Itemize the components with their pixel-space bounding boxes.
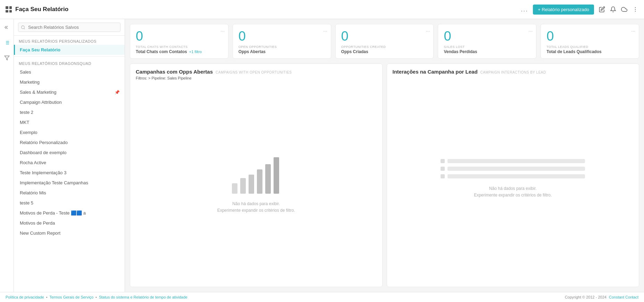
list-item[interactable]: Motivos de Perda - Teste 🟦🟦 a (14, 208, 125, 218)
chart-right-title: Interações na Campanha por Lead (393, 69, 478, 75)
header-dots[interactable]: ... (521, 6, 528, 13)
list-item[interactable]: Implementação Teste Campanhas (14, 178, 125, 188)
edit-icon[interactable] (599, 6, 605, 12)
sidebar-icon-panel (0, 19, 14, 292)
list-item[interactable]: teste 5 (14, 198, 125, 208)
card-dots-2[interactable]: ... (426, 27, 430, 33)
page-title: Faça Seu Relatório (15, 6, 68, 13)
list-icon[interactable] (2, 38, 12, 48)
svg-rect-16 (265, 164, 271, 194)
svg-point-0 (635, 7, 636, 8)
main-layout: Meus relatórios personalizados Faça Seu … (0, 19, 644, 292)
metric-label-3: Vendas Perdidas (444, 49, 477, 54)
metric-value-3: 0 (444, 29, 451, 44)
list-item[interactable]: Teste Implementação 3 (14, 168, 125, 178)
header-left: Faça Seu Relatório (6, 6, 68, 13)
skeleton-bar-3 (448, 174, 585, 178)
metric-value-1: 0 (239, 29, 246, 44)
card-dots-3[interactable]: ... (529, 27, 533, 33)
svg-line-11 (24, 28, 25, 29)
list-item[interactable]: New Custom Report (14, 228, 125, 238)
list-item[interactable]: teste 2 (14, 107, 125, 117)
skeleton-dot-3 (441, 174, 445, 178)
search-input[interactable] (18, 23, 120, 32)
chart-right-nodata: Não há dados para exibir. Experimente ex… (474, 185, 552, 199)
footer-status-link[interactable]: Status do sistema e Relatório de tempo d… (99, 295, 187, 299)
metric-label-4: Total de Leads Qualificados (546, 49, 601, 54)
svg-rect-12 (232, 183, 237, 194)
card-dots-0[interactable]: ... (220, 27, 225, 33)
chart-panel-left: Campanhas com Opps Abertas CAMPAIGNS WIT… (130, 64, 383, 287)
list-item[interactable]: Campaign Attribution (14, 97, 125, 107)
metric-value-2: 0 (341, 29, 349, 44)
metric-card-2: ... 0 OPPORTUNITIES CREATED Opps Criadas (335, 24, 434, 59)
svg-rect-15 (257, 169, 262, 194)
chart-right-body: Não há dados para exibir. Experimente ex… (393, 76, 634, 282)
section-label: MEUS RELATÓRIOS DRAGONSQUAD (14, 58, 125, 67)
skeleton-dot-2 (441, 167, 445, 171)
list-item[interactable]: Motivos de Perda (14, 218, 125, 228)
footer-left: Política de privacidade • Termos Gerais … (6, 295, 187, 299)
list-item[interactable]: Relatório Personalizado (14, 137, 125, 148)
skeleton-bar-2 (448, 167, 585, 171)
chart-right-header: Interações na Campanha por Lead CAMPAIGN… (393, 69, 634, 75)
metric-key-3: SALES LOST (444, 45, 465, 49)
chart-right-subtitle: CAMPAIGN INTERACTIONS BY LEAD (480, 70, 546, 74)
card-dots-4[interactable]: ... (631, 27, 635, 33)
search-bar (14, 19, 125, 36)
chart-left-nodata: Não há dados para exibir. Experimente ex… (217, 201, 295, 214)
filter-icon[interactable] (2, 53, 12, 63)
content-area: ... 0 TOTAL CHATS WITH CONTACTS Total Ch… (125, 19, 644, 292)
list-item[interactable]: Sales (14, 67, 125, 77)
svg-rect-14 (249, 175, 254, 194)
metric-card-3: ... 0 SALES LOST Vendas Perdidas (438, 24, 536, 59)
metric-key-1: OPEN OPPORTUNITIES (239, 45, 277, 49)
metric-card-4: ... 0 TOTAL LEADS QUALIFIED Total de Lea… (541, 24, 639, 59)
footer: Política de privacidade • Termos Gerais … (0, 292, 644, 302)
chart-left-body: Não há dados para exibir. Experimente ex… (136, 84, 377, 282)
active-report-label: Faça Seu Relatório (20, 47, 60, 52)
more-vertical-icon[interactable] (632, 6, 638, 12)
active-report-item[interactable]: Faça Seu Relatório (14, 45, 125, 55)
metric-card-0: ... 0 TOTAL CHATS WITH CONTACTS Total Ch… (130, 24, 228, 59)
footer-terms-link[interactable]: Termos Gerais de Serviço (50, 295, 94, 299)
top-header: Faça Seu Relatório ... + Relatório perso… (0, 0, 644, 19)
chart-panel-right: Interações na Campanha por Lead CAMPAIGN… (387, 64, 639, 287)
skeleton-row-3 (441, 174, 585, 178)
list-item[interactable]: Sales & Marketing 📌 (14, 87, 125, 97)
metric-cards: ... 0 TOTAL CHATS WITH CONTACTS Total Ch… (130, 24, 639, 59)
list-item[interactable]: MKT (14, 117, 125, 127)
chart-left-header: Campanhas com Opps Abertas CAMPAIGNS WIT… (136, 69, 377, 75)
metric-value-0: 0 (136, 29, 143, 44)
metric-card-1: ... 0 OPEN OPPORTUNITIES Opps Abertas (233, 24, 331, 59)
footer-privacy-link[interactable]: Política de privacidade (6, 295, 44, 299)
reports-panel: Meus relatórios personalizados Faça Seu … (14, 19, 125, 292)
header-right: ... + Relatório personalizado (521, 5, 638, 15)
metric-label-0: Total Chats com Contatos (136, 49, 187, 54)
search-icon (21, 25, 25, 30)
notification-icon[interactable] (610, 6, 616, 12)
list-item[interactable]: Exemplo (14, 127, 125, 137)
metric-key-2: OPPORTUNITIES CREATED (341, 45, 386, 49)
search-wrap (18, 23, 120, 32)
list-item[interactable]: Relatório Mis (14, 188, 125, 198)
list-item[interactable]: Rocha Active (14, 158, 125, 168)
card-dots-1[interactable]: ... (323, 27, 327, 33)
collapse-icon[interactable] (2, 23, 12, 32)
footer-brand-link[interactable]: Constant Contact (609, 295, 638, 299)
skeleton-bar-1 (448, 159, 585, 163)
metric-label-2: Opps Criadas (341, 49, 368, 54)
bar-chart-svg (228, 152, 284, 197)
cloud-icon[interactable] (621, 6, 627, 12)
app-grid-icon (6, 6, 12, 12)
list-item[interactable]: Dashboard de exemplo (14, 148, 125, 158)
my-reports-label: Meus relatórios personalizados (14, 36, 125, 45)
new-report-button[interactable]: + Relatório personalizado (533, 5, 594, 15)
chart-panels: Campanhas com Opps Abertas CAMPAIGNS WIT… (130, 64, 639, 287)
skeleton-row-2 (441, 167, 585, 171)
list-item[interactable]: Marketing (14, 77, 125, 87)
svg-point-1 (635, 9, 636, 10)
svg-rect-17 (274, 157, 279, 194)
svg-point-2 (635, 11, 636, 11)
metric-value-4: 0 (546, 29, 554, 44)
